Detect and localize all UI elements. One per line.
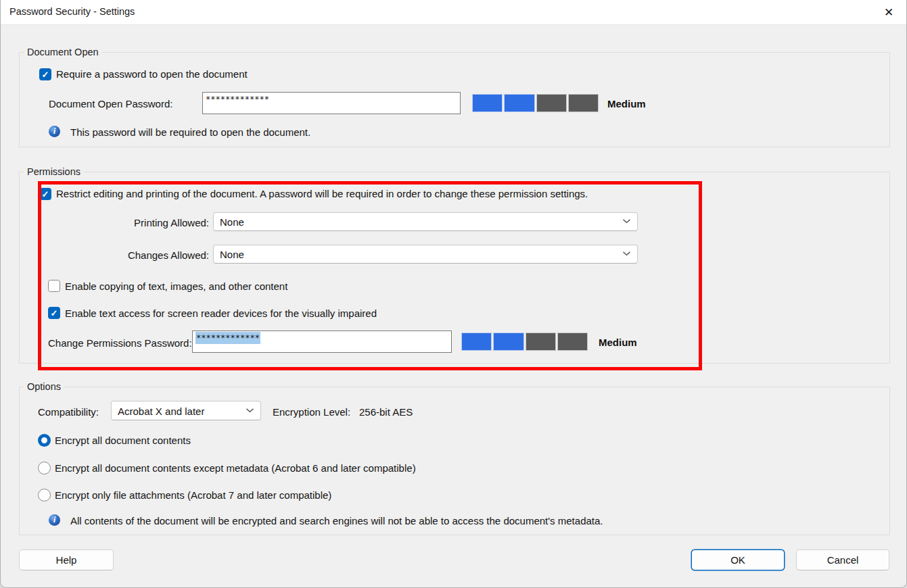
chevron-down-icon bbox=[246, 408, 254, 413]
document-open-legend: Document Open bbox=[24, 47, 102, 57]
strength-segment bbox=[568, 94, 599, 112]
enable-copying-checkbox[interactable]: ✓ bbox=[48, 280, 60, 292]
radio-encrypt-attachments-only-label: Encrypt only file attachments (Acrobat 7… bbox=[55, 489, 331, 501]
password-security-dialog: Password Security - Settings ✕ Document … bbox=[0, 0, 907, 588]
printing-allowed-select[interactable]: None bbox=[213, 212, 638, 231]
strength-segment bbox=[526, 333, 556, 351]
permissions-strength-label: Medium bbox=[599, 337, 637, 348]
document-open-strength-label: Medium bbox=[607, 98, 646, 109]
change-permissions-password-input[interactable]: ************* bbox=[192, 330, 452, 353]
options-legend: Options bbox=[24, 381, 64, 392]
permissions-strength-meter bbox=[461, 333, 588, 351]
window-title: Password Security - Settings bbox=[9, 6, 135, 17]
document-open-info-text: This password will be required to open t… bbox=[70, 126, 310, 138]
strength-segment bbox=[461, 333, 492, 351]
changes-allowed-label: Changes Allowed: bbox=[80, 249, 209, 261]
compatibility-value: Acrobat X and later bbox=[118, 405, 204, 416]
radio-encrypt-except-metadata[interactable] bbox=[38, 462, 51, 474]
document-open-password-label: Document Open Password: bbox=[49, 98, 172, 109]
change-permissions-password-value: ************* bbox=[195, 332, 260, 344]
strength-segment bbox=[493, 333, 524, 351]
radio-encrypt-attachments-only[interactable] bbox=[38, 489, 51, 501]
screen-reader-checkbox[interactable]: ✓ bbox=[48, 307, 60, 319]
document-open-password-value: ************* bbox=[206, 95, 269, 104]
encryption-level-value: 256-bit AES bbox=[359, 406, 413, 418]
info-icon: i bbox=[49, 126, 60, 137]
ok-button[interactable]: OK bbox=[691, 549, 785, 570]
strength-segment bbox=[504, 94, 534, 112]
strength-segment bbox=[536, 94, 567, 112]
strength-segment bbox=[472, 94, 503, 112]
require-password-checkbox[interactable]: ✓ bbox=[39, 68, 51, 80]
enable-copying-label: Enable copying of text, images, and othe… bbox=[65, 280, 287, 292]
changes-allowed-select[interactable]: None bbox=[213, 245, 638, 264]
restrict-editing-label: Restrict editing and printing of the doc… bbox=[56, 188, 588, 199]
printing-allowed-label: Printing Allowed: bbox=[80, 217, 209, 228]
compatibility-label: Compatibility: bbox=[38, 406, 99, 418]
titlebar: Password Security - Settings ✕ bbox=[1, 0, 906, 25]
encryption-level-label: Encryption Level: bbox=[273, 406, 350, 418]
changes-allowed-value: None bbox=[220, 249, 244, 260]
printing-allowed-value: None bbox=[220, 216, 244, 228]
chevron-down-icon bbox=[622, 251, 631, 256]
check-icon: ✓ bbox=[40, 189, 51, 200]
info-icon: i bbox=[49, 514, 60, 526]
check-icon: ✓ bbox=[49, 308, 60, 319]
screen-reader-label: Enable text access for screen reader dev… bbox=[65, 308, 377, 319]
radio-encrypt-except-metadata-label: Encrypt all document contents except met… bbox=[55, 462, 416, 474]
compatibility-select[interactable]: Acrobat X and later bbox=[111, 401, 261, 420]
strength-segment bbox=[557, 333, 588, 351]
help-button[interactable]: Help bbox=[19, 549, 114, 570]
permissions-legend: Permissions bbox=[24, 166, 84, 177]
radio-encrypt-all[interactable] bbox=[38, 434, 51, 447]
require-password-label: Require a password to open the document bbox=[56, 68, 248, 80]
restrict-editing-checkbox[interactable]: ✓ bbox=[39, 188, 51, 200]
radio-encrypt-all-label: Encrypt all document contents bbox=[55, 435, 191, 446]
check-icon: ✓ bbox=[40, 69, 51, 80]
options-info-text: All contents of the document will be enc… bbox=[70, 515, 603, 526]
cancel-button[interactable]: Cancel bbox=[796, 549, 889, 570]
close-icon[interactable]: ✕ bbox=[880, 4, 898, 22]
chevron-down-icon bbox=[622, 218, 631, 224]
document-open-strength-meter bbox=[472, 94, 599, 112]
change-permissions-password-label: Change Permissions Password: bbox=[48, 337, 192, 349]
dialog-body: Document Open ✓ Require a password to op… bbox=[1, 25, 906, 587]
document-open-password-input[interactable]: ************* bbox=[202, 92, 461, 114]
